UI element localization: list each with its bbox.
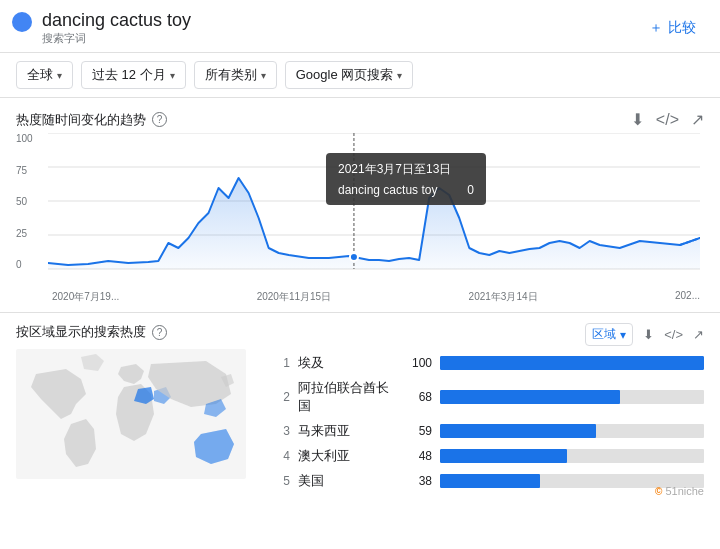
watermark-text: 51niche — [665, 485, 704, 497]
plus-icon: ＋ — [649, 19, 663, 37]
region-filter-button[interactable]: 区域 ▾ — [585, 323, 633, 346]
tooltip-value: 0 — [467, 183, 474, 197]
region-score: 59 — [406, 424, 432, 438]
region-title: 按区域显示的搜索热度 ? — [16, 323, 167, 341]
y-label-0: 0 — [16, 259, 44, 270]
region-bar-bg — [440, 449, 704, 463]
x-label-4: 202... — [675, 290, 700, 304]
y-label-100: 100 — [16, 133, 44, 144]
download-icon[interactable]: ⬇ — [631, 110, 644, 129]
header-left: dancing cactus toy 搜索字词 — [12, 10, 191, 46]
filter-period-label: 过去 12 个月 — [92, 66, 166, 84]
trend-section: 热度随时间变化的趋势 ? ⬇ </> ↗ 100 75 50 25 0 — [0, 98, 720, 312]
region-bar-fill — [440, 390, 620, 404]
region-bar-fill — [440, 424, 596, 438]
share-icon[interactable]: ↗ — [691, 110, 704, 129]
filter-region-label: 全球 — [27, 66, 53, 84]
region-bar-bg — [440, 356, 704, 370]
region-rank: 5 — [276, 474, 290, 488]
tooltip-date: 2021年3月7日至13日 — [338, 161, 474, 178]
filter-category[interactable]: 所有类别 ▾ — [194, 61, 277, 89]
filter-region[interactable]: 全球 ▾ — [16, 61, 73, 89]
region-row[interactable]: 3马来西亚59 — [276, 422, 704, 440]
trend-actions: ⬇ </> ↗ — [631, 110, 704, 129]
page-title: dancing cactus toy — [42, 10, 191, 31]
y-label-75: 75 — [16, 165, 44, 176]
filter-source-label: Google 网页搜索 — [296, 66, 394, 84]
chevron-down-icon: ▾ — [261, 70, 266, 81]
compare-label: 比较 — [668, 19, 696, 37]
y-label-50: 50 — [16, 196, 44, 207]
chevron-down-icon: ▾ — [620, 328, 626, 342]
header: dancing cactus toy 搜索字词 ＋ 比较 — [0, 0, 720, 53]
region-score: 38 — [406, 474, 432, 488]
info-icon[interactable]: ? — [152, 112, 167, 127]
y-axis-labels: 100 75 50 25 0 — [16, 133, 48, 288]
trend-title-text: 热度随时间变化的趋势 — [16, 111, 146, 129]
region-score: 68 — [406, 390, 432, 404]
region-rank: 3 — [276, 424, 290, 438]
trend-chart-area: 100 75 50 25 0 — [16, 133, 704, 288]
y-label-25: 25 — [16, 228, 44, 239]
page-subtitle: 搜索字词 — [42, 31, 191, 46]
header-title-block: dancing cactus toy 搜索字词 — [42, 10, 191, 46]
region-rank: 1 — [276, 356, 290, 370]
region-section: 按区域显示的搜索热度 ? — [0, 312, 720, 501]
region-name: 马来西亚 — [298, 422, 398, 440]
region-bar-fill — [440, 449, 567, 463]
region-row[interactable]: 2阿拉伯联合酋长国68 — [276, 379, 704, 415]
chevron-down-icon: ▾ — [170, 70, 175, 81]
bottom-wrapper: 按区域显示的搜索热度 ? — [0, 312, 720, 501]
compare-button[interactable]: ＋ 比较 — [641, 15, 704, 41]
svg-point-6 — [350, 253, 358, 261]
x-label-3: 2021年3月14日 — [469, 290, 538, 304]
filter-period[interactable]: 过去 12 个月 ▾ — [81, 61, 186, 89]
region-bar-fill — [440, 356, 704, 370]
x-label-2: 2020年11月15日 — [257, 290, 332, 304]
region-header: 按区域显示的搜索热度 ? — [16, 323, 256, 341]
world-map-svg — [16, 349, 246, 479]
region-list: 区域 ▾ ⬇ </> ↗ 1埃及1002阿拉伯联合酋长国683马来西亚594澳大… — [256, 323, 704, 497]
region-bar-bg — [440, 390, 704, 404]
trend-section-header: 热度随时间变化的趋势 ? ⬇ </> ↗ — [16, 110, 704, 129]
region-filter-label: 区域 — [592, 326, 616, 343]
trend-title: 热度随时间变化的趋势 ? — [16, 111, 167, 129]
share-icon[interactable]: ↗ — [693, 327, 704, 342]
region-name: 阿拉伯联合酋长国 — [298, 379, 398, 415]
filter-category-label: 所有类别 — [205, 66, 257, 84]
region-row[interactable]: 5美国38 — [276, 472, 704, 490]
google-dot-icon — [12, 12, 32, 32]
region-rank: 2 — [276, 390, 290, 404]
tooltip-term: dancing cactus toy — [338, 183, 437, 197]
chevron-down-icon: ▾ — [397, 70, 402, 81]
region-name: 美国 — [298, 472, 398, 490]
embed-icon[interactable]: </> — [664, 327, 683, 342]
region-bar-bg — [440, 424, 704, 438]
region-score: 100 — [406, 356, 432, 370]
chevron-down-icon: ▾ — [57, 70, 62, 81]
region-score: 48 — [406, 449, 432, 463]
region-name: 澳大利亚 — [298, 447, 398, 465]
watermark-logo: © — [655, 486, 662, 497]
tooltip-row: dancing cactus toy 0 — [338, 183, 474, 197]
region-list-header: 区域 ▾ ⬇ </> ↗ — [276, 323, 704, 346]
download-icon[interactable]: ⬇ — [643, 327, 654, 342]
region-actions: 区域 ▾ ⬇ </> ↗ — [585, 323, 704, 346]
region-title-text: 按区域显示的搜索热度 — [16, 323, 146, 341]
world-map-container: 按区域显示的搜索热度 ? — [16, 323, 256, 497]
chart-tooltip: 2021年3月7日至13日 dancing cactus toy 0 — [326, 153, 486, 205]
embed-icon[interactable]: </> — [656, 111, 679, 129]
region-row[interactable]: 4澳大利亚48 — [276, 447, 704, 465]
region-info-icon[interactable]: ? — [152, 325, 167, 340]
filter-source[interactable]: Google 网页搜索 ▾ — [285, 61, 414, 89]
x-label-1: 2020年7月19... — [52, 290, 119, 304]
region-row[interactable]: 1埃及100 — [276, 354, 704, 372]
region-rows-container: 1埃及1002阿拉伯联合酋长国683马来西亚594澳大利亚485美国38 — [276, 354, 704, 490]
region-rank: 4 — [276, 449, 290, 463]
region-name: 埃及 — [298, 354, 398, 372]
filter-bar: 全球 ▾ 过去 12 个月 ▾ 所有类别 ▾ Google 网页搜索 ▾ — [0, 53, 720, 98]
region-bar-fill — [440, 474, 540, 488]
x-axis-labels: 2020年7月19... 2020年11月15日 2021年3月14日 202.… — [16, 288, 704, 304]
watermark: © 51niche — [655, 485, 704, 497]
